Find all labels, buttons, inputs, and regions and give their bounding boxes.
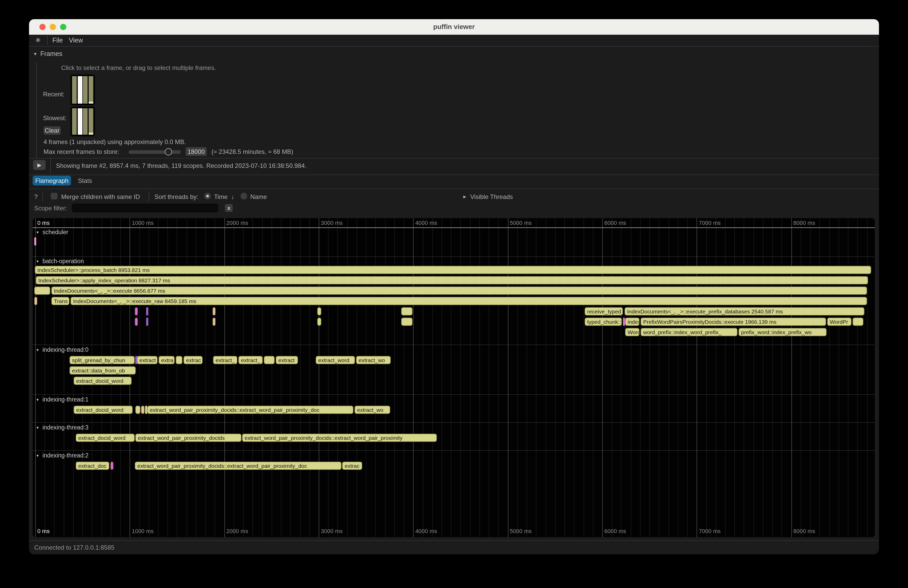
scope-bar[interactable]: extract_ bbox=[238, 356, 263, 364]
thread-header-indexing-thread:1[interactable]: ▼indexing-thread:1 bbox=[36, 396, 89, 403]
slider-knob[interactable] bbox=[165, 148, 172, 156]
frame-bar[interactable] bbox=[72, 108, 77, 135]
scope-bar[interactable]: extract_wo bbox=[356, 356, 391, 364]
scope-bar[interactable] bbox=[141, 406, 145, 414]
scope-bar[interactable] bbox=[135, 307, 138, 315]
scope-bar[interactable]: extrac bbox=[184, 356, 203, 364]
scope-bar[interactable]: Word bbox=[625, 328, 639, 336]
scope-bar[interactable] bbox=[317, 318, 321, 326]
frame-bar[interactable] bbox=[89, 108, 93, 135]
scope-bar[interactable]: extract_docid_word bbox=[74, 406, 133, 414]
play-button[interactable]: ▶ bbox=[33, 160, 46, 170]
scope-bar[interactable]: receive_typed_ bbox=[584, 307, 623, 315]
scope-bar[interactable]: extract_ bbox=[213, 356, 237, 364]
scope-bar[interactable]: extract_docid_word bbox=[76, 434, 135, 442]
scope-bar[interactable]: word_prefix::index_word_prefix_ bbox=[641, 328, 737, 336]
max-frames-estimate: (≈ 23428.5 minutes, ≈ 68 MB) bbox=[211, 148, 293, 156]
scope-bar[interactable]: IndexScheduler>::apply_index_operation 8… bbox=[36, 276, 868, 284]
scope-bar[interactable] bbox=[135, 406, 140, 414]
max-frames-value[interactable]: 18000 bbox=[185, 147, 207, 156]
sort-name-radio[interactable] bbox=[240, 193, 247, 199]
scope-bar[interactable] bbox=[264, 356, 275, 364]
clear-button[interactable]: Clear bbox=[43, 126, 61, 135]
scope-bar[interactable] bbox=[401, 307, 412, 315]
scope-bar[interactable]: extract::data_from_ob bbox=[69, 366, 136, 374]
scope-bar[interactable]: extract_word_pair_proximity_docids::extr… bbox=[242, 434, 437, 442]
scope-bar[interactable] bbox=[145, 406, 147, 414]
scope-bar[interactable]: extrac bbox=[342, 462, 362, 470]
merge-children-checkbox[interactable] bbox=[51, 193, 58, 199]
scope-bar[interactable] bbox=[176, 356, 182, 364]
menu-file[interactable]: File bbox=[52, 37, 63, 44]
scope-bar[interactable]: index bbox=[625, 318, 639, 326]
scope-bar[interactable]: WordPr bbox=[827, 318, 852, 326]
scope-bar[interactable] bbox=[401, 318, 412, 326]
scope-bar[interactable]: IndexScheduler>::process_batch 8953.821 … bbox=[35, 266, 871, 274]
scope-bar[interactable]: extract bbox=[276, 356, 298, 364]
max-frames-slider[interactable] bbox=[129, 148, 181, 156]
max-frames-label: Max recent frames to store: bbox=[43, 148, 119, 156]
scope-bar[interactable]: typed_chunk::w bbox=[584, 318, 622, 326]
scope-bar[interactable]: extract_doc bbox=[76, 462, 109, 470]
sort-direction-icon[interactable]: ↓ bbox=[231, 193, 234, 201]
scope-bar[interactable] bbox=[213, 307, 216, 315]
tab-stats[interactable]: Stats bbox=[77, 176, 93, 185]
scope-bar[interactable] bbox=[623, 318, 625, 326]
scope-bar[interactable]: extract_word_pair_proximity_docids bbox=[135, 434, 241, 442]
slowest-label: Slowest: bbox=[43, 114, 67, 122]
scope-bar[interactable] bbox=[34, 286, 50, 295]
sort-time-radio[interactable] bbox=[204, 193, 211, 199]
scope-bar[interactable]: prefix_word::index_prefix_wo bbox=[739, 328, 827, 336]
scope-bar[interactable]: IndexDocuments<_, _>::execute_raw 8459.1… bbox=[71, 297, 867, 305]
scope-bar[interactable]: extract_word_pair_proximity_docids::extr… bbox=[135, 462, 341, 470]
clear-filter-button[interactable]: x bbox=[225, 204, 233, 212]
thread-header-batch-operation[interactable]: ▼batch-operation bbox=[36, 258, 84, 264]
scope-bar[interactable] bbox=[146, 318, 148, 326]
scope-bar[interactable]: extract_wo bbox=[354, 406, 390, 414]
scope-bar[interactable] bbox=[135, 318, 138, 326]
frame-bar[interactable] bbox=[83, 76, 88, 104]
scope-bar[interactable]: PrefixWordPairsProximityDocids::execute … bbox=[641, 318, 826, 326]
time-tick-label: 0 ms bbox=[37, 220, 50, 226]
scope-bar[interactable]: split_grenad_by_chun bbox=[69, 356, 135, 364]
scope-bar[interactable]: extract_word_pair_proximity_docids::extr… bbox=[147, 406, 353, 414]
scope-bar[interactable] bbox=[110, 462, 114, 470]
scope-bar[interactable]: IndexDocuments<_, _>::execute 8656.677 m… bbox=[51, 286, 867, 295]
merge-children-label[interactable]: Merge children with same ID bbox=[61, 193, 140, 201]
frames-collapse-header[interactable]: ▼ Frames bbox=[33, 50, 63, 58]
menu-view[interactable]: View bbox=[69, 37, 83, 44]
slider-track[interactable] bbox=[129, 150, 181, 154]
scope-bar[interactable] bbox=[317, 307, 321, 315]
thread-header-scheduler[interactable]: ▼scheduler bbox=[36, 229, 68, 235]
scope-bar[interactable] bbox=[34, 297, 37, 305]
thread-header-indexing-thread:0[interactable]: ▼indexing-thread:0 bbox=[36, 347, 89, 353]
frame-bar[interactable] bbox=[83, 108, 88, 135]
scope-bar[interactable]: IndexDocuments<_, _>::execute_prefix_dat… bbox=[625, 307, 865, 315]
sort-name-label[interactable]: Name bbox=[250, 193, 267, 201]
frame-bar[interactable] bbox=[89, 76, 93, 104]
scope-bar[interactable]: extra bbox=[159, 356, 175, 364]
thread-header-indexing-thread:2[interactable]: ▼indexing-thread:2 bbox=[36, 452, 89, 458]
scope-bar[interactable]: Trans bbox=[51, 297, 69, 305]
sort-time-label[interactable]: Time bbox=[214, 193, 227, 201]
visible-threads-header[interactable]: ▶ Visible Threads bbox=[463, 193, 513, 201]
slowest-frames-thumbnail[interactable] bbox=[71, 107, 95, 136]
scope-bar[interactable]: extract_docid_word bbox=[74, 377, 132, 385]
title-bar[interactable]: puffin viewer bbox=[29, 19, 879, 35]
flamegraph-canvas[interactable]: 0 ms0 ms1000 ms1000 ms2000 ms2000 ms3000… bbox=[33, 218, 875, 537]
theme-icon[interactable]: ✳ bbox=[35, 36, 41, 44]
thread-header-indexing-thread:3[interactable]: ▼indexing-thread:3 bbox=[36, 424, 89, 431]
frame-bar-selected[interactable] bbox=[77, 108, 82, 135]
scope-bar[interactable] bbox=[146, 307, 148, 315]
scope-bar[interactable]: extract_word bbox=[316, 356, 355, 364]
scope-bar[interactable] bbox=[213, 318, 216, 326]
scope-filter-input[interactable] bbox=[72, 204, 218, 212]
tab-flamegraph[interactable]: Flamegraph bbox=[33, 176, 71, 185]
frame-bar[interactable] bbox=[72, 76, 77, 104]
frame-bar-selected[interactable] bbox=[77, 76, 82, 104]
scope-bar[interactable]: extract bbox=[137, 356, 158, 364]
scope-bar[interactable] bbox=[34, 237, 36, 246]
recent-frames-thumbnail[interactable] bbox=[71, 75, 95, 105]
scope-bar[interactable] bbox=[853, 318, 863, 326]
help-button[interactable]: ? bbox=[34, 193, 37, 201]
